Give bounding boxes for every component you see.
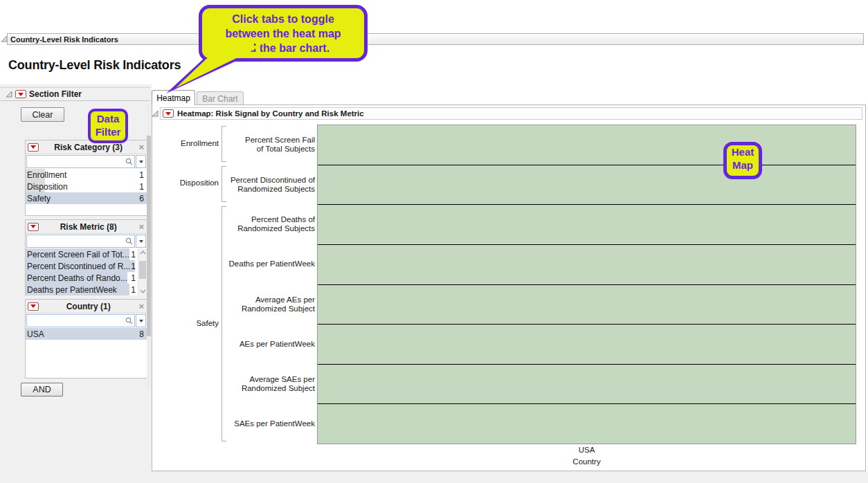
close-icon[interactable]: × <box>138 302 145 311</box>
metric-label: Percent Discontinued ofRandomized Subjec… <box>225 173 315 197</box>
disclosure-triangle-icon[interactable] <box>6 91 12 98</box>
metric-label: Average SAEs perRandomized Subject <box>225 372 315 396</box>
section-filter-header: Section Filter <box>1 87 150 101</box>
list-item-enrollment[interactable]: Enrollment 1 <box>26 169 147 181</box>
search-icon <box>125 158 133 165</box>
country-title: Country (1) <box>39 302 138 311</box>
list-item-percent-screen-fail[interactable]: Percent Screen Fail of Tot... 1 <box>26 248 147 260</box>
section-filter-title: Section Filter <box>29 89 82 99</box>
search-dropdown-button[interactable] <box>136 155 146 168</box>
risk-category-search-input[interactable] <box>26 155 135 168</box>
callout-heat-map: Heat Map <box>723 142 762 179</box>
heatmap-cell[interactable] <box>318 125 856 165</box>
country-search-row <box>26 313 147 328</box>
callout-data-filter: Data Filter <box>88 109 128 143</box>
heatmap-outline-title: Heatmap: Risk Signal by Country and Risk… <box>177 109 364 118</box>
callout-tail-fill <box>159 42 263 97</box>
risk-category-title: Risk Category (3) <box>39 143 138 152</box>
list-item-percent-deaths[interactable]: Percent Deaths of Rando... 1 <box>26 272 147 284</box>
scrollbar-thumb[interactable] <box>139 261 146 279</box>
and-button[interactable]: AND <box>21 383 63 397</box>
country-header: Country (1) × <box>26 300 147 313</box>
risk-metric-header: Risk Metric (8) × <box>26 220 147 234</box>
heatmap-outline-bar[interactable]: Heatmap: Risk Signal by Country and Risk… <box>160 107 862 120</box>
list-item-percent-discontinued[interactable]: Percent Discontinued of R... 1 <box>26 260 147 272</box>
heatmap-cell[interactable] <box>318 324 856 364</box>
group-bracket <box>221 206 226 441</box>
metric-label: Percent Deaths ofRandomized Subjects <box>225 212 315 236</box>
close-icon[interactable]: × <box>138 222 145 231</box>
close-icon[interactable]: × <box>138 143 145 152</box>
category-label-enrollment: Enrollment <box>159 139 219 147</box>
search-icon <box>125 237 133 245</box>
country-search-input[interactable] <box>26 314 135 327</box>
clear-button[interactable]: Clear <box>21 107 64 122</box>
metric-label: AEs per PatientWeek <box>225 333 315 356</box>
country-list: USA 8 <box>26 328 147 340</box>
scroll-down-icon[interactable] <box>140 289 146 293</box>
page-title: Country-Level Risk Indicators <box>8 58 181 73</box>
metric-label: Deaths per PatientWeek <box>225 253 315 276</box>
metric-label: Percent Screen Failof Total Subjects <box>225 133 315 156</box>
risk-metric-search-input[interactable] <box>26 235 135 248</box>
filter-panel-scrollbar-thumb[interactable] <box>147 136 151 336</box>
search-icon <box>125 317 133 325</box>
x-axis-tick-usa: USA <box>317 446 856 454</box>
country-filter-panel: Country (1) × USA 8 <box>25 299 147 379</box>
search-dropdown-button[interactable] <box>136 314 146 327</box>
metric-label: SAEs per PatientWeek <box>225 412 315 436</box>
list-scrollbar[interactable] <box>138 248 147 295</box>
metric-label: Average AEs perRandomized Subject <box>225 293 315 316</box>
heatmap-cell[interactable] <box>318 284 856 325</box>
risk-category-search-row <box>26 154 147 169</box>
list-item-safety[interactable]: Safety 6 <box>26 192 147 204</box>
list-item-usa[interactable]: USA 8 <box>26 328 147 340</box>
red-triangle-menu-icon[interactable] <box>28 143 39 152</box>
list-item-disposition[interactable]: Disposition 1 <box>26 181 147 192</box>
report-outline-title: Country-Level Risk Indicators <box>10 35 118 44</box>
risk-category-header: Risk Category (3) × <box>26 140 147 154</box>
x-axis-label-country: Country <box>317 457 856 466</box>
risk-metric-filter-panel: Risk Metric (8) × Percent Screen Fail of… <box>25 219 147 295</box>
heatmap-cell[interactable] <box>318 165 856 205</box>
red-triangle-menu-icon[interactable] <box>15 90 26 98</box>
list-item-deaths-per-patientweek[interactable]: Deaths per PatientWeek 1 <box>26 284 147 295</box>
risk-metric-list: Percent Screen Fail of Tot... 1 Percent … <box>26 248 147 295</box>
red-triangle-menu-icon[interactable] <box>28 302 39 311</box>
risk-metric-title: Risk Metric (8) <box>39 222 138 232</box>
window-background <box>152 471 868 483</box>
red-triangle-menu-icon[interactable] <box>28 223 39 231</box>
scroll-up-icon[interactable] <box>140 250 146 255</box>
heatmap-plot <box>317 125 856 444</box>
risk-category-list: Enrollment 1 Disposition 1 Safety 6 <box>26 169 147 204</box>
heatmap-cell[interactable] <box>318 204 856 244</box>
report-outline-bar[interactable]: Country-Level Risk Indicators <box>7 33 864 45</box>
heatmap-cell[interactable] <box>318 403 856 444</box>
heatmap-cell[interactable] <box>318 244 856 284</box>
search-dropdown-button[interactable] <box>136 235 146 248</box>
disclosure-triangle-icon[interactable] <box>152 110 159 117</box>
category-label-safety: Safety <box>159 319 219 327</box>
red-triangle-menu-icon[interactable] <box>163 109 174 118</box>
category-label-disposition: Disposition <box>159 179 219 187</box>
risk-metric-search-row <box>26 234 147 248</box>
risk-category-filter-panel: Risk Category (3) × Enrollment 1 Disposi… <box>25 140 147 216</box>
heatmap-cell[interactable] <box>318 364 856 404</box>
